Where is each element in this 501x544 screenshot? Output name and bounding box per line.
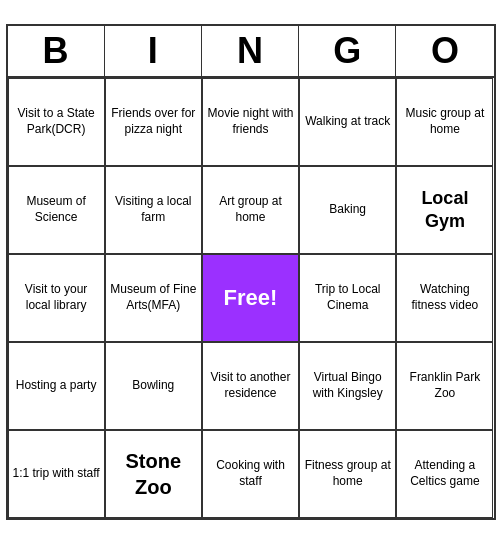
bingo-letter-g: G [299,26,396,76]
bingo-cell-14[interactable]: Watching fitness video [396,254,493,342]
bingo-cell-5[interactable]: Museum of Science [8,166,105,254]
bingo-cell-21[interactable]: Stone Zoo [105,430,202,518]
bingo-letter-o: O [396,26,493,76]
bingo-cell-6[interactable]: Visiting a local farm [105,166,202,254]
bingo-letter-i: I [105,26,202,76]
bingo-letter-b: B [8,26,105,76]
bingo-cell-15[interactable]: Hosting a party [8,342,105,430]
bingo-grid: Visit to a State Park(DCR)Friends over f… [8,78,494,518]
bingo-cell-8[interactable]: Baking [299,166,396,254]
bingo-cell-0[interactable]: Visit to a State Park(DCR) [8,78,105,166]
bingo-cell-19[interactable]: Franklin Park Zoo [396,342,493,430]
bingo-cell-17[interactable]: Visit to another residence [202,342,299,430]
bingo-cell-23[interactable]: Fitness group at home [299,430,396,518]
bingo-cell-2[interactable]: Movie night with friends [202,78,299,166]
bingo-cell-1[interactable]: Friends over for pizza night [105,78,202,166]
bingo-card: BINGO Visit to a State Park(DCR)Friends … [6,24,496,520]
bingo-cell-16[interactable]: Bowling [105,342,202,430]
bingo-cell-9[interactable]: Local Gym [396,166,493,254]
bingo-cell-7[interactable]: Art group at home [202,166,299,254]
bingo-cell-18[interactable]: Virtual Bingo with Kingsley [299,342,396,430]
bingo-cell-20[interactable]: 1:1 trip with staff [8,430,105,518]
bingo-cell-10[interactable]: Visit to your local library [8,254,105,342]
bingo-cell-22[interactable]: Cooking with staff [202,430,299,518]
bingo-header: BINGO [8,26,494,78]
bingo-letter-n: N [202,26,299,76]
bingo-cell-11[interactable]: Museum of Fine Arts(MFA) [105,254,202,342]
bingo-cell-12[interactable]: Free! [202,254,299,342]
bingo-cell-4[interactable]: Music group at home [396,78,493,166]
bingo-cell-3[interactable]: Walking at track [299,78,396,166]
bingo-cell-13[interactable]: Trip to Local Cinema [299,254,396,342]
bingo-cell-24[interactable]: Attending a Celtics game [396,430,493,518]
